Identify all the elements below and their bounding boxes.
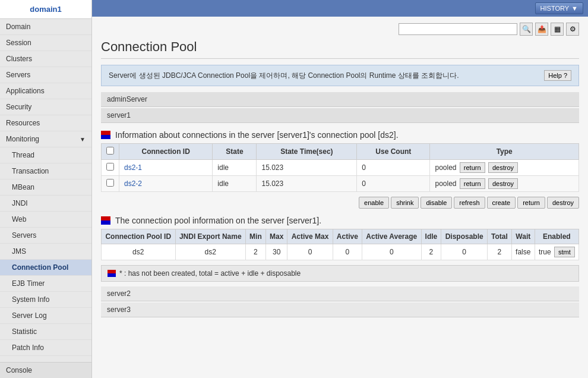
disposable-cell: 0 xyxy=(441,244,488,260)
sidebar-item-clusters[interactable]: Clusters xyxy=(0,51,91,67)
col-idle: Idle xyxy=(421,229,441,244)
content-area: 🔍 📤 ▦ ⚙ Connection Pool Server에 생성된 JDBC… xyxy=(92,17,588,378)
col-disposable: Disposable xyxy=(441,229,488,244)
row-return-button[interactable]: return xyxy=(460,178,485,189)
sidebar-item-mbean[interactable]: MBean xyxy=(0,179,91,196)
sidebar-item-domain[interactable]: Domain xyxy=(0,19,91,35)
flag-icon xyxy=(101,131,110,139)
col-active-max: Active Max xyxy=(287,229,333,244)
sidebar-item-thread[interactable]: Thread xyxy=(0,147,91,163)
return-button[interactable]: return xyxy=(517,197,545,209)
sidebar-item-statistic[interactable]: Statistic xyxy=(0,324,91,340)
row-checkbox[interactable] xyxy=(106,163,114,171)
wait-cell: false xyxy=(511,244,535,260)
state-time-cell: 15.023 xyxy=(257,160,357,176)
row-return-button[interactable]: return xyxy=(460,162,485,173)
sidebar-item-connection-pool[interactable]: Connection Pool xyxy=(0,260,91,276)
flag-icon-2 xyxy=(101,216,110,225)
active-max-cell: 0 xyxy=(287,244,333,260)
active-avg-cell: 0 xyxy=(362,244,421,260)
chevron-down-icon: ▼ xyxy=(80,136,86,143)
sidebar-item-session[interactable]: Session xyxy=(0,35,91,51)
state-cell: idle xyxy=(213,176,257,192)
settings-button[interactable]: ⚙ xyxy=(566,23,579,36)
col-jndi: JNDI Export Name xyxy=(175,229,245,244)
connection-id-cell: ds2-2 xyxy=(119,176,213,192)
list-item[interactable]: server3 xyxy=(101,303,579,317)
jndi-cell: ds2 xyxy=(175,244,245,260)
note-box: * : has not been created, total = active… xyxy=(101,265,579,282)
row-checkbox[interactable] xyxy=(106,179,114,187)
disable-button[interactable]: disable xyxy=(421,197,452,209)
action-buttons: enable shrink disable refresh create ret… xyxy=(101,197,579,209)
note-flag-icon xyxy=(108,270,116,277)
col-pool-id: Connection Pool ID xyxy=(102,229,176,244)
sidebar-item-jndi[interactable]: JNDI xyxy=(0,196,91,212)
create-button[interactable]: create xyxy=(487,197,516,209)
sidebar-item-system-info[interactable]: System Info xyxy=(0,292,91,308)
pool-table: Connection Pool ID JNDI Export Name Min … xyxy=(101,229,579,260)
search-bar: 🔍 📤 ▦ ⚙ xyxy=(101,23,579,36)
sidebar-item-monitoring[interactable]: Monitoring ▼ xyxy=(0,131,91,147)
row-destroy-button[interactable]: destroy xyxy=(488,162,518,173)
col-wait: Wait xyxy=(511,229,535,244)
refresh-button[interactable]: refresh xyxy=(454,197,485,209)
upload-button[interactable]: 📤 xyxy=(535,23,548,36)
sidebar-item-transaction[interactable]: Transaction xyxy=(0,163,91,179)
help-button[interactable]: Help ? xyxy=(544,70,571,81)
info-text: Server에 생성된 JDBC/JCA Connection Pool을 제어… xyxy=(109,70,538,81)
state-cell: idle xyxy=(213,160,257,176)
main-content: HISTORY ▼ 🔍 📤 ▦ ⚙ Connection Pool Server… xyxy=(92,0,588,378)
col-connection-id: Connection ID xyxy=(119,144,213,160)
max-cell: 30 xyxy=(265,244,287,260)
search-button[interactable]: 🔍 xyxy=(520,23,533,36)
col-min: Min xyxy=(245,229,265,244)
stmt-button[interactable]: stmt xyxy=(554,247,575,257)
enable-button[interactable]: enable xyxy=(359,197,389,209)
use-count-cell: 0 xyxy=(357,176,430,192)
sidebar-item-resources[interactable]: Resources xyxy=(0,115,91,131)
idle-cell: 2 xyxy=(421,244,441,260)
section2-heading: The connection pool information on the s… xyxy=(101,216,579,225)
domain-title[interactable]: domain1 xyxy=(0,0,91,19)
state-time-cell: 15.023 xyxy=(257,176,357,192)
active-cell: 0 xyxy=(333,244,362,260)
row-destroy-button[interactable]: destroy xyxy=(488,178,518,189)
bottom-servers: server2server3 xyxy=(101,286,579,317)
col-max: Max xyxy=(265,229,287,244)
col-state: State xyxy=(213,144,257,160)
sidebar-item-applications[interactable]: Applications xyxy=(0,83,91,99)
sidebar-item-ejb-timer[interactable]: EJB Timer xyxy=(0,276,91,292)
col-active-avg: Active Average xyxy=(362,229,421,244)
sidebar-item-patch-info[interactable]: Patch Info xyxy=(0,340,91,356)
destroy-button[interactable]: destroy xyxy=(547,197,579,209)
table-row: ds2-2 idle 15.023 0 pooled return destro… xyxy=(102,176,579,192)
admin-server-row[interactable]: adminServer xyxy=(101,92,579,107)
chevron-down-icon: ▼ xyxy=(571,5,578,12)
sidebar-item-jms[interactable]: JMS xyxy=(0,244,91,260)
col-total: Total xyxy=(487,229,511,244)
sidebar-item-console[interactable]: Console xyxy=(0,362,91,378)
connection-id-cell: ds2-1 xyxy=(119,160,213,176)
server1-row[interactable]: server1 xyxy=(101,108,579,123)
sidebar-item-servers2[interactable]: Servers xyxy=(0,228,91,244)
sidebar-item-web[interactable]: Web xyxy=(0,212,91,228)
sidebar-item-servers[interactable]: Servers xyxy=(0,67,91,83)
sidebar-item-security[interactable]: Security xyxy=(0,99,91,115)
enabled-cell: true stmt xyxy=(535,244,578,260)
row-checkbox-cell xyxy=(102,176,119,192)
table-row: ds2-1 idle 15.023 0 pooled return destro… xyxy=(102,160,579,176)
sidebar-item-server-log[interactable]: Server Log xyxy=(0,308,91,324)
select-all-checkbox[interactable] xyxy=(106,147,114,155)
history-button[interactable]: HISTORY ▼ xyxy=(535,2,583,14)
pool-table-row: ds2 ds2 2 30 0 0 0 2 0 2 false true stmt xyxy=(102,244,579,260)
search-input[interactable] xyxy=(399,23,517,35)
pool-id-cell: ds2 xyxy=(102,244,176,260)
type-cell: pooled return destroy xyxy=(430,160,579,176)
shrink-button[interactable]: shrink xyxy=(391,197,419,209)
total-cell: 2 xyxy=(487,244,511,260)
connection-table: Connection ID State State Time(sec) Use … xyxy=(101,143,579,192)
use-count-cell: 0 xyxy=(357,160,430,176)
list-item[interactable]: server2 xyxy=(101,286,579,301)
grid-button[interactable]: ▦ xyxy=(551,23,564,36)
